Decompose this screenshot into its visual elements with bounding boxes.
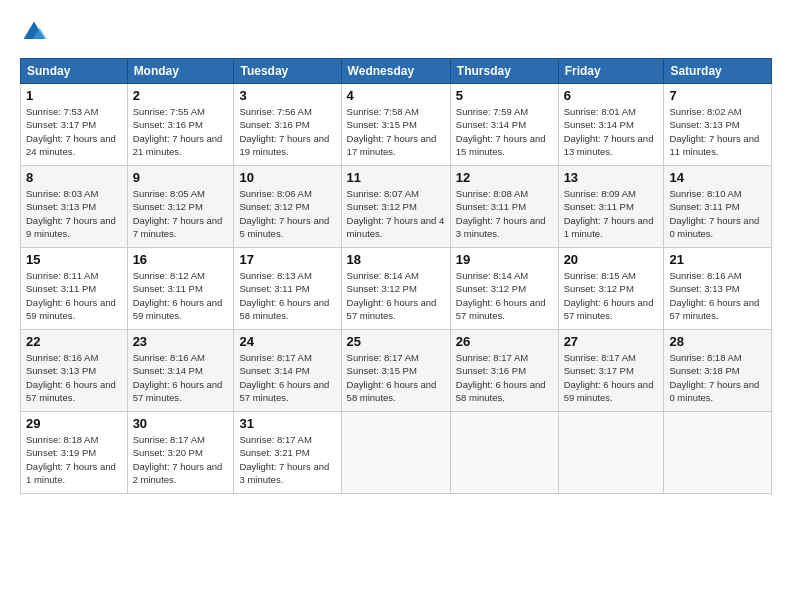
day-cell: 21 Sunrise: 8:16 AM Sunset: 3:13 PM Dayl… [664,248,772,330]
day-info: Sunrise: 8:10 AM Sunset: 3:11 PM Dayligh… [669,187,766,240]
day-number: 9 [133,170,229,185]
day-cell: 30 Sunrise: 8:17 AM Sunset: 3:20 PM Dayl… [127,412,234,494]
header-sunday: Sunday [21,59,128,84]
day-number: 4 [347,88,445,103]
day-cell: 2 Sunrise: 7:55 AM Sunset: 3:16 PM Dayli… [127,84,234,166]
day-number: 16 [133,252,229,267]
day-number: 31 [239,416,335,431]
week-row-5: 29 Sunrise: 8:18 AM Sunset: 3:19 PM Dayl… [21,412,772,494]
weekday-header-row: Sunday Monday Tuesday Wednesday Thursday… [21,59,772,84]
day-cell [558,412,664,494]
day-cell: 6 Sunrise: 8:01 AM Sunset: 3:14 PM Dayli… [558,84,664,166]
day-info: Sunrise: 8:14 AM Sunset: 3:12 PM Dayligh… [347,269,445,322]
logo-icon [20,18,48,46]
week-row-1: 1 Sunrise: 7:53 AM Sunset: 3:17 PM Dayli… [21,84,772,166]
day-cell: 4 Sunrise: 7:58 AM Sunset: 3:15 PM Dayli… [341,84,450,166]
day-info: Sunrise: 8:18 AM Sunset: 3:19 PM Dayligh… [26,433,122,486]
day-cell: 1 Sunrise: 7:53 AM Sunset: 3:17 PM Dayli… [21,84,128,166]
day-info: Sunrise: 8:14 AM Sunset: 3:12 PM Dayligh… [456,269,553,322]
day-number: 22 [26,334,122,349]
day-info: Sunrise: 8:17 AM Sunset: 3:20 PM Dayligh… [133,433,229,486]
day-info: Sunrise: 8:06 AM Sunset: 3:12 PM Dayligh… [239,187,335,240]
page: Sunday Monday Tuesday Wednesday Thursday… [0,0,792,504]
day-number: 18 [347,252,445,267]
day-cell: 28 Sunrise: 8:18 AM Sunset: 3:18 PM Dayl… [664,330,772,412]
day-cell: 18 Sunrise: 8:14 AM Sunset: 3:12 PM Dayl… [341,248,450,330]
day-info: Sunrise: 8:01 AM Sunset: 3:14 PM Dayligh… [564,105,659,158]
day-info: Sunrise: 8:16 AM Sunset: 3:13 PM Dayligh… [26,351,122,404]
day-cell: 15 Sunrise: 8:11 AM Sunset: 3:11 PM Dayl… [21,248,128,330]
day-cell: 12 Sunrise: 8:08 AM Sunset: 3:11 PM Dayl… [450,166,558,248]
day-info: Sunrise: 8:16 AM Sunset: 3:13 PM Dayligh… [669,269,766,322]
day-info: Sunrise: 8:17 AM Sunset: 3:16 PM Dayligh… [456,351,553,404]
day-cell: 29 Sunrise: 8:18 AM Sunset: 3:19 PM Dayl… [21,412,128,494]
week-row-4: 22 Sunrise: 8:16 AM Sunset: 3:13 PM Dayl… [21,330,772,412]
day-number: 7 [669,88,766,103]
day-number: 3 [239,88,335,103]
day-info: Sunrise: 8:11 AM Sunset: 3:11 PM Dayligh… [26,269,122,322]
day-cell: 11 Sunrise: 8:07 AM Sunset: 3:12 PM Dayl… [341,166,450,248]
day-cell: 16 Sunrise: 8:12 AM Sunset: 3:11 PM Dayl… [127,248,234,330]
day-info: Sunrise: 8:17 AM Sunset: 3:15 PM Dayligh… [347,351,445,404]
day-info: Sunrise: 8:17 AM Sunset: 3:17 PM Dayligh… [564,351,659,404]
day-cell: 27 Sunrise: 8:17 AM Sunset: 3:17 PM Dayl… [558,330,664,412]
day-cell: 8 Sunrise: 8:03 AM Sunset: 3:13 PM Dayli… [21,166,128,248]
day-info: Sunrise: 7:53 AM Sunset: 3:17 PM Dayligh… [26,105,122,158]
day-number: 30 [133,416,229,431]
day-number: 29 [26,416,122,431]
day-info: Sunrise: 8:15 AM Sunset: 3:12 PM Dayligh… [564,269,659,322]
day-info: Sunrise: 8:16 AM Sunset: 3:14 PM Dayligh… [133,351,229,404]
day-number: 26 [456,334,553,349]
day-info: Sunrise: 7:55 AM Sunset: 3:16 PM Dayligh… [133,105,229,158]
day-cell: 31 Sunrise: 8:17 AM Sunset: 3:21 PM Dayl… [234,412,341,494]
header-wednesday: Wednesday [341,59,450,84]
week-row-3: 15 Sunrise: 8:11 AM Sunset: 3:11 PM Dayl… [21,248,772,330]
day-info: Sunrise: 7:59 AM Sunset: 3:14 PM Dayligh… [456,105,553,158]
day-info: Sunrise: 7:56 AM Sunset: 3:16 PM Dayligh… [239,105,335,158]
day-cell: 19 Sunrise: 8:14 AM Sunset: 3:12 PM Dayl… [450,248,558,330]
day-cell: 3 Sunrise: 7:56 AM Sunset: 3:16 PM Dayli… [234,84,341,166]
header [20,18,772,46]
day-number: 17 [239,252,335,267]
day-cell: 13 Sunrise: 8:09 AM Sunset: 3:11 PM Dayl… [558,166,664,248]
day-info: Sunrise: 8:07 AM Sunset: 3:12 PM Dayligh… [347,187,445,240]
header-thursday: Thursday [450,59,558,84]
day-number: 28 [669,334,766,349]
day-number: 11 [347,170,445,185]
day-cell [664,412,772,494]
day-number: 6 [564,88,659,103]
day-number: 15 [26,252,122,267]
day-number: 14 [669,170,766,185]
day-cell: 7 Sunrise: 8:02 AM Sunset: 3:13 PM Dayli… [664,84,772,166]
day-cell: 26 Sunrise: 8:17 AM Sunset: 3:16 PM Dayl… [450,330,558,412]
day-number: 19 [456,252,553,267]
logo [20,18,52,46]
header-monday: Monday [127,59,234,84]
day-info: Sunrise: 7:58 AM Sunset: 3:15 PM Dayligh… [347,105,445,158]
day-cell: 25 Sunrise: 8:17 AM Sunset: 3:15 PM Dayl… [341,330,450,412]
header-saturday: Saturday [664,59,772,84]
day-number: 27 [564,334,659,349]
day-number: 24 [239,334,335,349]
day-number: 23 [133,334,229,349]
day-cell: 14 Sunrise: 8:10 AM Sunset: 3:11 PM Dayl… [664,166,772,248]
day-info: Sunrise: 8:17 AM Sunset: 3:14 PM Dayligh… [239,351,335,404]
day-number: 20 [564,252,659,267]
day-cell: 5 Sunrise: 7:59 AM Sunset: 3:14 PM Dayli… [450,84,558,166]
day-info: Sunrise: 8:18 AM Sunset: 3:18 PM Dayligh… [669,351,766,404]
day-cell: 24 Sunrise: 8:17 AM Sunset: 3:14 PM Dayl… [234,330,341,412]
calendar-table: Sunday Monday Tuesday Wednesday Thursday… [20,58,772,494]
week-row-2: 8 Sunrise: 8:03 AM Sunset: 3:13 PM Dayli… [21,166,772,248]
header-friday: Friday [558,59,664,84]
day-cell: 9 Sunrise: 8:05 AM Sunset: 3:12 PM Dayli… [127,166,234,248]
day-number: 1 [26,88,122,103]
day-info: Sunrise: 8:12 AM Sunset: 3:11 PM Dayligh… [133,269,229,322]
day-cell: 20 Sunrise: 8:15 AM Sunset: 3:12 PM Dayl… [558,248,664,330]
day-info: Sunrise: 8:17 AM Sunset: 3:21 PM Dayligh… [239,433,335,486]
day-number: 13 [564,170,659,185]
day-cell: 22 Sunrise: 8:16 AM Sunset: 3:13 PM Dayl… [21,330,128,412]
day-number: 21 [669,252,766,267]
day-info: Sunrise: 8:03 AM Sunset: 3:13 PM Dayligh… [26,187,122,240]
day-info: Sunrise: 8:02 AM Sunset: 3:13 PM Dayligh… [669,105,766,158]
day-number: 5 [456,88,553,103]
